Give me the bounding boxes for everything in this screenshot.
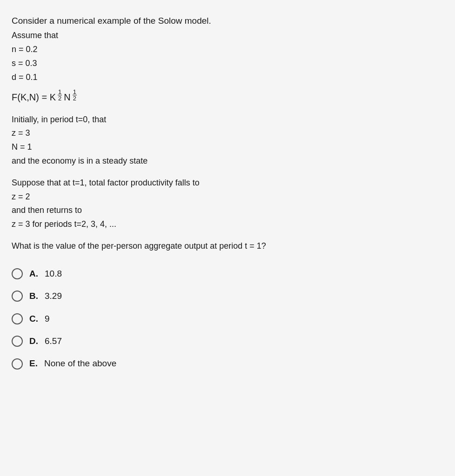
question-text-section: What is the value of the per-person aggr… [12,239,443,253]
k-exp-numerator: 1 [58,89,62,95]
intro-line: Consider a numerical example of the Solo… [12,14,443,28]
initial-z: z = 3 [12,126,443,140]
function-n-var: N [64,90,70,105]
assume-line: Assume that [12,29,443,42]
options-section: A. 10.8 B. 3.29 C. 9 D. 6.57 E. [12,267,443,371]
option-d-value: 6.57 [45,334,62,348]
param-n: n = 0.2 [12,43,443,56]
param-s: s = 0.3 [12,57,443,70]
suppose-z1: z = 2 [12,190,443,204]
option-c[interactable]: C. 9 [12,312,443,326]
initial-n: N = 1 [12,140,443,154]
radio-c[interactable] [12,313,23,324]
option-a[interactable]: A. 10.8 [12,267,443,281]
option-b-letter: B. [29,289,38,303]
initial-section: Initially, in period t=0, that z = 3 N =… [12,113,443,168]
n-exp-numerator: 1 [73,89,77,95]
option-c-value: 9 [45,312,50,326]
n-exp-denominator: 2 [73,95,77,101]
option-e[interactable]: E. None of the above [12,357,443,370]
radio-a[interactable] [12,268,23,279]
param-d: d = 0.1 [12,71,443,84]
option-b[interactable]: B. 3.29 [12,289,443,303]
suppose-z2: z = 3 for periods t=2, 3, 4, ... [12,218,443,231]
n-exponent: 1 2 [73,89,77,101]
initial-note: and the economy is in a steady state [12,154,443,168]
k-exp-denominator: 2 [58,95,62,101]
radio-b[interactable] [12,291,23,302]
option-a-letter: A. [29,267,38,281]
option-d-letter: D. [29,334,38,348]
option-b-value: 3.29 [45,289,62,303]
function-label: F(K,N) = K [12,90,56,105]
k-exponent: 1 2 [58,89,62,101]
suppose-text: Suppose that at t=1, total factor produc… [12,176,443,190]
suppose-section: Suppose that at t=1, total factor produc… [12,176,443,231]
suppose-then: and then returns to [12,204,443,217]
function-line: F(K,N) = K 1 2 N 1 2 [12,90,443,105]
radio-e[interactable] [12,358,23,370]
option-e-letter: E. [29,357,38,370]
question-block: Consider a numerical example of the Solo… [12,14,443,371]
option-a-value: 10.8 [45,267,62,281]
radio-d[interactable] [12,336,23,347]
option-c-letter: C. [29,312,38,326]
option-e-value: None of the above [44,357,116,370]
question-text: What is the value of the per-person aggr… [12,239,443,253]
page: Consider a numerical example of the Solo… [0,0,455,476]
initial-header: Initially, in period t=0, that [12,113,443,126]
option-d[interactable]: D. 6.57 [12,334,443,348]
